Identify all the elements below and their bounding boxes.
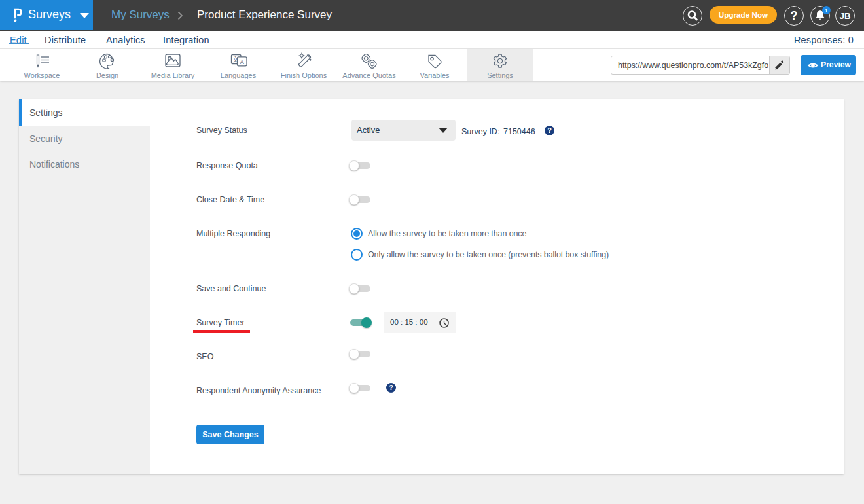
- svg-text:A: A: [240, 58, 245, 65]
